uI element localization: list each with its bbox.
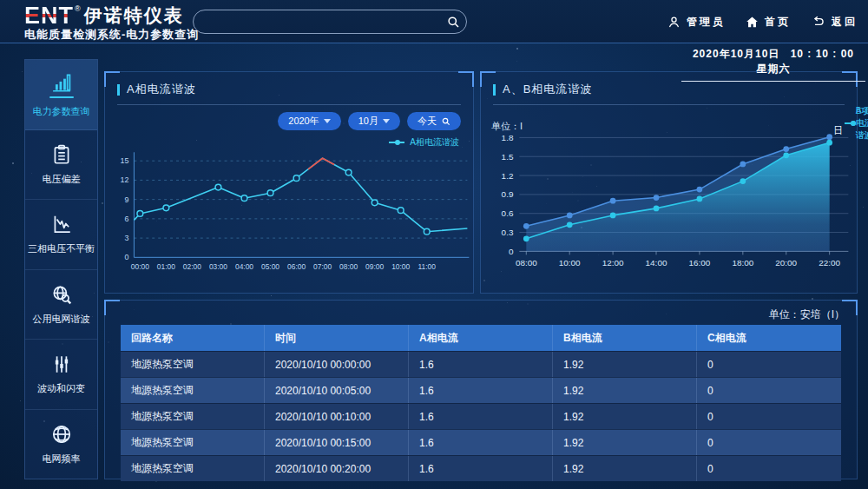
table-row: 地源热泵空调2020/10/10 00:15:001.61.920 xyxy=(121,429,841,455)
search-icon[interactable] xyxy=(440,10,466,33)
svg-text:22:00: 22:00 xyxy=(819,258,840,268)
svg-text:10:00: 10:00 xyxy=(559,258,581,268)
sidebar-item-4[interactable]: 公用电网谐波 xyxy=(25,270,97,340)
sidebar-item-1[interactable]: 电力参数查询 xyxy=(25,60,97,130)
table-cell: 0 xyxy=(697,456,841,481)
table-cell: 地源热泵空调 xyxy=(121,352,265,377)
phase-a-harmonic-panel: A相电流谐波 2020年 10月 今天 A相电流谐波 0369121500:00… xyxy=(104,71,474,294)
month-select[interactable]: 10月 xyxy=(348,112,400,130)
table-header-cell: 回路名称 xyxy=(121,325,265,351)
svg-text:07:00: 07:00 xyxy=(313,262,332,271)
app-header: ENT ® 伊诺特仪表 电能质量检测系统-电力参数查询 管理员 首页 xyxy=(0,0,868,43)
svg-text:12:00: 12:00 xyxy=(602,258,624,268)
phase-a-line-chart: 0369121500:0001:0002:0003:0004:0005:0006… xyxy=(105,72,473,293)
active-indicator xyxy=(49,96,74,98)
table-cell: 地源热泵空调 xyxy=(121,378,265,403)
search-icon xyxy=(441,116,450,126)
svg-text:3: 3 xyxy=(124,234,128,242)
current-weekday: 星期六 xyxy=(757,63,791,75)
table-cell: 1.92 xyxy=(553,404,697,429)
table-cell: 2020/10/10 00:20:00 xyxy=(265,456,409,481)
phase-ab-harmonic-panel: A、B相电流谐波 A项电流谐波 B项电流谐波 单位：I 日 00.30.60.9… xyxy=(480,71,858,294)
table-header-row: 回路名称时间A相电流B相电流C相电流 xyxy=(121,325,841,351)
table-row: 地源热泵空调2020/10/10 00:05:001.61.920 xyxy=(121,377,841,403)
sidebar-item-6[interactable]: 电网频率 xyxy=(25,410,97,479)
return-icon xyxy=(810,15,826,30)
globe-search-icon xyxy=(50,283,73,306)
table-cell: 地源热泵空调 xyxy=(121,456,265,481)
sidebar-item-3[interactable]: 三相电压不平衡 xyxy=(25,200,97,270)
phase-ab-area-chart: 00.30.60.91.21.51.808:0010:0012:0014:001… xyxy=(481,72,857,293)
table-row: 地源热泵空调2020/10/10 00:20:001.61.920 xyxy=(121,455,841,481)
svg-text:06:00: 06:00 xyxy=(287,262,306,271)
logo-ent: ENT xyxy=(24,4,74,27)
svg-text:9: 9 xyxy=(124,195,128,204)
table-cell: 0 xyxy=(697,404,841,429)
sliders-icon xyxy=(50,353,73,375)
admin-button[interactable]: 管理员 xyxy=(667,15,726,30)
back-button[interactable]: 返回 xyxy=(810,15,858,30)
table-cell: 2020/10/10 00:10:00 xyxy=(265,404,409,429)
svg-text:01:00: 01:00 xyxy=(157,262,175,271)
svg-text:14:00: 14:00 xyxy=(646,258,667,268)
sidebar-item-label: 电力参数查询 xyxy=(33,105,90,118)
home-icon xyxy=(745,15,760,30)
svg-text:12: 12 xyxy=(121,175,129,184)
table-cell: 1.92 xyxy=(553,352,697,377)
table-header-cell: 时间 xyxy=(265,325,409,351)
svg-text:1.5: 1.5 xyxy=(502,152,514,162)
current-time: 10 : 10 : 00 xyxy=(791,48,854,60)
table-cell: 1.92 xyxy=(553,456,697,481)
svg-text:0: 0 xyxy=(509,247,514,256)
svg-text:0: 0 xyxy=(124,253,128,261)
table-cell: 0 xyxy=(697,430,841,455)
bar-chart-icon xyxy=(50,71,73,94)
table-cell: 2020/10/10 00:15:00 xyxy=(265,430,409,455)
svg-text:1.8: 1.8 xyxy=(502,133,514,142)
chevron-down-icon xyxy=(324,119,331,123)
svg-text:20:00: 20:00 xyxy=(775,258,797,268)
search-bar xyxy=(193,10,467,34)
current-data-table-panel: 单位：安培（I） 回路名称时间A相电流B相电流C相电流 地源热泵空调2020/1… xyxy=(104,300,858,479)
sidebar-item-5[interactable]: 波动和闪变 xyxy=(25,340,97,410)
home-button[interactable]: 首页 xyxy=(745,15,791,30)
today-search-button[interactable]: 今天 xyxy=(407,112,461,130)
svg-text:05:00: 05:00 xyxy=(261,262,279,271)
table-cell: 1.6 xyxy=(409,430,553,455)
svg-text:09:00: 09:00 xyxy=(365,262,384,271)
chevron-down-icon xyxy=(383,119,390,123)
table-cell: 1.92 xyxy=(553,430,697,455)
svg-text:08:00: 08:00 xyxy=(339,262,358,271)
svg-text:18:00: 18:00 xyxy=(732,258,753,268)
datetime-bar: 2020年10月10日 10 : 10 : 00 星期六 xyxy=(681,47,865,82)
svg-text:02:00: 02:00 xyxy=(183,262,201,271)
svg-text:00:00: 00:00 xyxy=(131,262,149,271)
svg-text:08:00: 08:00 xyxy=(516,258,537,268)
table-cell: 地源热泵空调 xyxy=(121,404,265,429)
svg-text:0.6: 0.6 xyxy=(502,208,514,218)
user-icon xyxy=(667,15,681,30)
table-body: 地源热泵空调2020/10/10 00:00:001.61.920地源热泵空调2… xyxy=(121,351,841,481)
table-cell: 2020/10/10 00:00:00 xyxy=(265,352,409,377)
table-header-cell: C相电流 xyxy=(697,325,841,351)
sidebar-item-label: 三相电压不平衡 xyxy=(28,242,95,255)
svg-text:1.2: 1.2 xyxy=(502,171,514,181)
year-select[interactable]: 2020年 xyxy=(278,112,340,130)
sidebar-item-2[interactable]: 电压偏差 xyxy=(25,130,97,201)
clipboard-icon xyxy=(50,143,73,166)
table-unit-note: 单位：安培（I） xyxy=(769,307,845,322)
svg-text:03:00: 03:00 xyxy=(209,262,227,271)
svg-text:11:00: 11:00 xyxy=(418,262,436,271)
table-cell: 1.6 xyxy=(409,352,553,377)
svg-text:04:00: 04:00 xyxy=(235,262,253,271)
date-filter-controls: 2020年 10月 今天 xyxy=(278,112,461,130)
brand-title: 伊诺特仪表 xyxy=(84,4,184,27)
search-input[interactable] xyxy=(194,16,440,29)
current-date: 2020年10月10日 xyxy=(693,48,779,60)
table-header-cell: A相电流 xyxy=(409,325,553,351)
sidebar-item-label: 电网频率 xyxy=(43,453,81,466)
sidebar-item-label: 电压偏差 xyxy=(43,173,81,186)
table-header-cell: B相电流 xyxy=(553,325,697,351)
sidebar-nav: 电力参数查询电压偏差三相电压不平衡公用电网谐波波动和闪变电网频率 xyxy=(24,59,98,479)
logo: ENT ® 伊诺特仪表 xyxy=(24,4,184,27)
